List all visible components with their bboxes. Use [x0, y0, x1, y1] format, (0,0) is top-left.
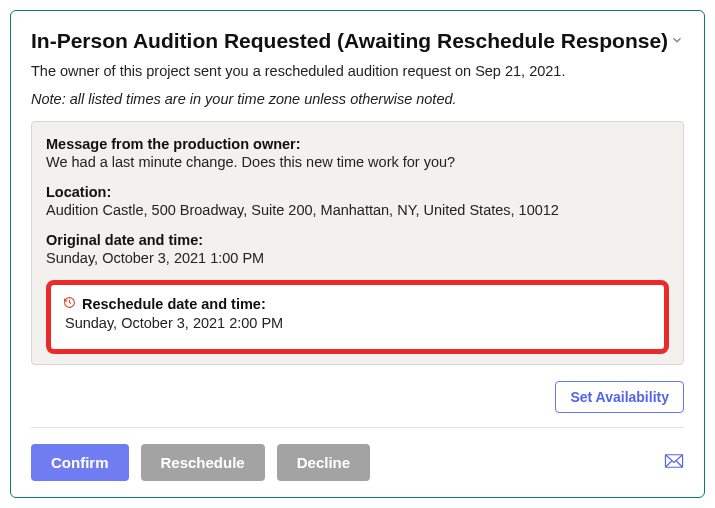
decline-button[interactable]: Decline: [277, 444, 370, 481]
actions-row: Confirm Reschedule Decline: [31, 444, 684, 481]
reschedule-highlight-box: Reschedule date and time: Sunday, Octobe…: [46, 280, 669, 354]
original-value: Sunday, October 3, 2021 1:00 PM: [46, 250, 669, 266]
page-title: In-Person Audition Requested (Awaiting R…: [31, 29, 668, 53]
chevron-down-icon[interactable]: [670, 33, 684, 50]
set-availability-button[interactable]: Set Availability: [555, 381, 684, 413]
details-box: Message from the production owner: We ha…: [31, 121, 684, 365]
original-label: Original date and time:: [46, 232, 669, 248]
audition-card: In-Person Audition Requested (Awaiting R…: [10, 10, 705, 498]
reschedule-value: Sunday, October 3, 2021 2:00 PM: [63, 315, 652, 331]
svg-line-2: [665, 461, 671, 467]
timezone-note: Note: all listed times are in your time …: [31, 91, 684, 107]
location-label: Location:: [46, 184, 669, 200]
divider: [31, 427, 684, 428]
availability-row: Set Availability: [31, 381, 684, 413]
svg-line-3: [676, 461, 682, 467]
location-value: Audition Castle, 500 Broadway, Suite 200…: [46, 202, 669, 218]
subtext: The owner of this project sent you a res…: [31, 63, 684, 79]
clock-history-icon: [63, 295, 76, 313]
reschedule-label: Reschedule date and time:: [82, 296, 266, 312]
message-label: Message from the production owner:: [46, 136, 669, 152]
reschedule-button[interactable]: Reschedule: [141, 444, 265, 481]
mail-icon[interactable]: [664, 454, 684, 472]
header-row: In-Person Audition Requested (Awaiting R…: [31, 29, 684, 53]
confirm-button[interactable]: Confirm: [31, 444, 129, 481]
message-value: We had a last minute change. Does this n…: [46, 154, 669, 170]
reschedule-label-row: Reschedule date and time:: [63, 295, 652, 313]
